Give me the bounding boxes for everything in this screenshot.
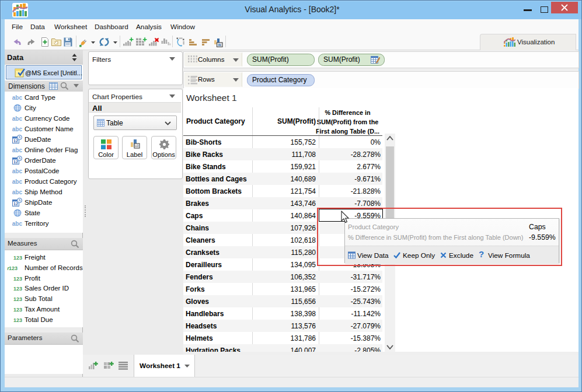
svg-text:12: 12 (13, 202, 18, 206)
svg-text:12: 12 (13, 160, 18, 164)
svg-text:LO: LO (218, 44, 221, 46)
svg-text:LO: LO (135, 145, 139, 148)
svg-text:12: 12 (13, 139, 18, 143)
